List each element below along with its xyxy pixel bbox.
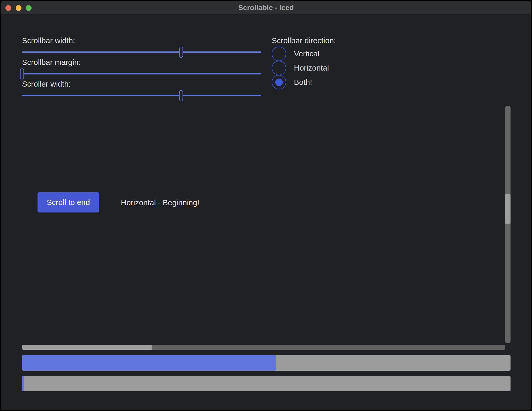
radio-vertical[interactable] — [272, 47, 286, 61]
horizontal-scroll-progress-bar — [22, 355, 511, 371]
radio-vertical-label[interactable]: Vertical — [294, 49, 319, 58]
radio-horizontal[interactable] — [272, 61, 286, 75]
scrollbar-margin-slider[interactable] — [22, 73, 261, 74]
app-window: Scrollable - Iced Scrollbar width: Scrol… — [1, 1, 531, 410]
scroller-width-slider[interactable] — [22, 95, 261, 96]
window-title: Scrollable - Iced — [1, 1, 531, 14]
scroller-width-label: Scroller width: — [22, 79, 71, 89]
scrollbar-direction-heading: Scrollbar direction: — [272, 36, 336, 45]
radio-horizontal-label[interactable]: Horizontal — [294, 63, 329, 73]
progress-bar-1-fill — [22, 355, 276, 371]
scrollbar-margin-slider-handle[interactable] — [20, 68, 24, 79]
scroll-to-end-button[interactable]: Scroll to end — [38, 192, 99, 212]
vertical-scrollbar-thumb[interactable] — [505, 194, 511, 224]
scroll-status-text: Horizontal - Beginning! — [121, 198, 200, 207]
vertical-scrollbar-track[interactable] — [505, 106, 511, 343]
radio-both[interactable] — [272, 75, 286, 89]
scrollbar-width-label: Scrollbar width: — [22, 36, 75, 45]
horizontal-scrollbar-thumb[interactable] — [22, 345, 152, 350]
radio-both-label[interactable]: Both! — [294, 78, 312, 87]
scroller-width-slider-handle[interactable] — [179, 90, 183, 101]
scrollbar-width-slider[interactable] — [22, 51, 261, 53]
scrollbar-margin-label: Scrollbar margin: — [22, 58, 81, 67]
scrollbar-width-slider-handle[interactable] — [179, 47, 183, 58]
vertical-scroll-progress-bar — [22, 376, 511, 391]
horizontal-scrollbar-track[interactable] — [22, 345, 505, 350]
radio-dot-icon — [275, 79, 283, 86]
progress-bar-2-fill — [22, 376, 24, 391]
titlebar: Scrollable - Iced — [1, 1, 531, 14]
